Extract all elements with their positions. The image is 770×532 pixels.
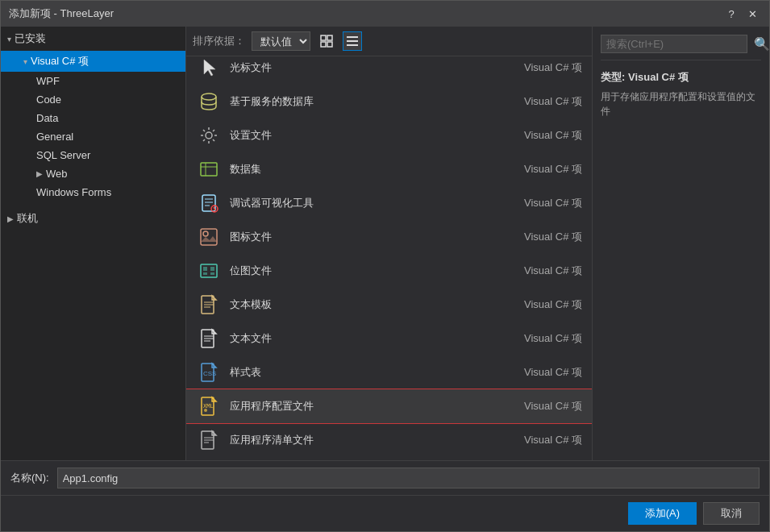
visual-csharp-label: Visual C# 项 (31, 54, 89, 69)
svg-rect-6 (347, 44, 358, 46)
list-item[interactable]: 设置文件 Visual C# 项 (186, 118, 592, 152)
list-item[interactable]: 基于服务的数据库 Visual C# 项 (186, 85, 592, 118)
svg-rect-22 (201, 229, 217, 245)
list-item[interactable]: 光标文件 Visual C# 项 (186, 56, 592, 85)
tree-item-wpf[interactable]: WPF (1, 72, 185, 90)
item-icon-cursor-file (196, 56, 222, 81)
list-view-button[interactable] (343, 31, 362, 51)
item-type: Visual C# 项 (518, 128, 582, 143)
close-button[interactable]: ✕ (743, 5, 761, 23)
list-item[interactable]: 应用程序清单文件 Visual C# 项 (186, 423, 592, 457)
svg-rect-5 (347, 40, 358, 42)
svg-text:XML: XML (203, 403, 214, 409)
svg-rect-13 (201, 163, 217, 176)
list-icon (346, 35, 359, 48)
svg-point-23 (203, 231, 208, 236)
item-type: Visual C# 项 (518, 94, 582, 109)
installed-section[interactable]: ▾ 已安装 (1, 27, 185, 51)
item-icon-app-manifest (196, 427, 222, 453)
item-name: 基于服务的数据库 (230, 94, 510, 109)
svg-point-12 (206, 132, 212, 139)
item-icon-icon-resource (196, 224, 222, 250)
item-name: 文本文件 (230, 331, 510, 346)
search-input[interactable] (601, 35, 747, 53)
svg-rect-16 (202, 195, 215, 211)
item-name: 文本模板 (230, 297, 510, 312)
help-button[interactable]: ? (722, 5, 740, 23)
item-name: 样式表 (230, 365, 510, 380)
add-button[interactable]: 添加(A) (628, 502, 697, 525)
grid-icon (320, 35, 333, 48)
item-name: 数据集 (230, 162, 510, 177)
item-name: 调试器可视化工具 (230, 196, 510, 210)
left-panel: ▾ 已安装 ▾ Visual C# 项 WPF Code Data Genera… (1, 27, 186, 460)
svg-rect-3 (327, 42, 332, 47)
cancel-button[interactable]: 取消 (703, 502, 760, 525)
title-bar: 添加新项 - ThreeLayer ? ✕ (1, 1, 769, 27)
main-content: ▾ 已安装 ▾ Visual C# 项 WPF Code Data Genera… (1, 27, 769, 460)
add-new-item-dialog: 添加新项 - ThreeLayer ? ✕ ▾ 已安装 ▾ Visual C# … (0, 0, 770, 532)
item-type: Visual C# 项 (518, 230, 582, 244)
type-description: 用于存储应用程序配置和设置值的文件 (601, 89, 761, 118)
tree-item-sqlserver[interactable]: SQL Server (1, 146, 185, 164)
list-item[interactable]: 文本模板 Visual C# 项 (186, 288, 592, 322)
dialog-title: 添加新项 - ThreeLayer (9, 6, 114, 21)
item-type: Visual C# 项 (518, 60, 582, 75)
svg-rect-25 (203, 267, 207, 271)
footer-bar: 添加(A) 取消 (1, 495, 769, 531)
item-icon-stylesheet: CSS (196, 360, 222, 385)
tree-item-data[interactable]: Data (1, 109, 185, 127)
svg-rect-26 (210, 267, 214, 271)
item-type: Visual C# 项 (518, 365, 582, 380)
item-name: 应用程序清单文件 (230, 433, 510, 447)
items-list: </> 代码分析规则集 Visual C# 项 c# 代码文件 Visual C… (186, 56, 592, 460)
web-label: Web (46, 168, 68, 180)
svg-rect-4 (347, 36, 358, 38)
sort-label: 排序依据： (193, 34, 245, 48)
visual-csharp-arrow: ▾ (23, 57, 27, 66)
item-type: Visual C# 项 (518, 162, 582, 177)
item-type: Visual C# 项 (518, 297, 582, 312)
list-item[interactable]: 数据集 Visual C# 项 (186, 152, 592, 186)
item-type: Visual C# 项 (518, 433, 582, 447)
item-icon-dataset (196, 156, 222, 182)
svg-rect-0 (321, 35, 326, 40)
name-input[interactable] (57, 468, 760, 488)
item-icon-app-config: XML (196, 393, 222, 419)
item-icon-database (196, 89, 222, 114)
item-name: 位图文件 (230, 264, 510, 278)
installed-arrow: ▾ (7, 35, 11, 44)
list-item[interactable]: 图标文件 Visual C# 项 (186, 220, 592, 254)
list-item[interactable]: CSS 样式表 Visual C# 项 (186, 355, 592, 389)
svg-rect-2 (321, 42, 326, 47)
tree-item-winforms[interactable]: Windows Forms (1, 183, 185, 202)
right-panel: 🔍 类型: Visual C# 项 用于存储应用程序配置和设置值的文件 (592, 27, 769, 460)
list-item[interactable]: 调试器可视化工具 Visual C# 项 (186, 186, 592, 220)
list-item[interactable]: 位图文件 Visual C# 项 (186, 254, 592, 288)
tree-item-code[interactable]: Code (1, 90, 185, 109)
toolbar-row: 排序依据： 默认值 (186, 27, 592, 56)
search-button[interactable]: 🔍 (751, 35, 769, 53)
item-name: 应用程序配置文件 (230, 399, 510, 414)
item-type: Visual C# 项 (518, 399, 582, 414)
online-label: 联机 (17, 211, 38, 226)
item-name: 图标文件 (230, 230, 510, 244)
item-type: Visual C# 项 (518, 264, 582, 278)
list-item[interactable]: XML 应用程序配置文件 Visual C# 项 (186, 389, 592, 423)
search-row: 🔍 (601, 35, 761, 60)
online-arrow: ▶ (7, 214, 14, 223)
item-name: 设置文件 (230, 128, 510, 143)
grid-view-button[interactable] (317, 31, 336, 51)
visual-csharp-item[interactable]: ▾ Visual C# 项 (1, 51, 185, 72)
item-type: Visual C# 项 (518, 331, 582, 346)
sort-select[interactable]: 默认值 (252, 31, 310, 51)
name-label: 名称(N): (10, 471, 49, 485)
online-section[interactable]: ▶ 联机 (1, 206, 185, 231)
list-item[interactable]: 文本文件 Visual C# 项 (186, 322, 592, 355)
bottom-bar: 名称(N): (1, 460, 769, 495)
svg-point-41 (204, 409, 207, 412)
installed-label: 已安装 (15, 31, 46, 46)
item-name: 光标文件 (230, 60, 510, 75)
tree-item-web[interactable]: ▶ Web (1, 164, 185, 183)
tree-item-general[interactable]: General (1, 127, 185, 146)
